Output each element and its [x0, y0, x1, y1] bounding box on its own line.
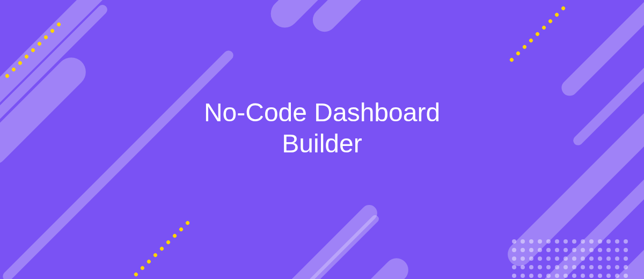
- accent-dots-bottom-left: [133, 220, 190, 277]
- accent-dots-top-right: [509, 5, 566, 62]
- hero-title: No-Code Dashboard Builder: [204, 98, 440, 159]
- dot-grid-decoration: [512, 239, 628, 279]
